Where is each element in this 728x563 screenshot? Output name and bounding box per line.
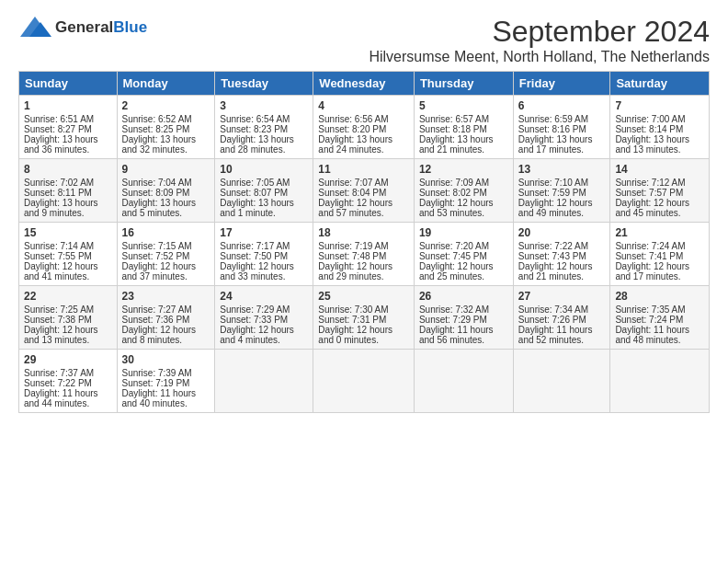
sunset-text: Sunset: 7:19 PM	[122, 378, 190, 388]
sunset-text: Sunset: 7:31 PM	[318, 315, 386, 325]
main-title: September 2024	[147, 15, 710, 49]
col-thursday: Thursday	[414, 72, 513, 96]
day-number: 14	[615, 163, 704, 176]
calendar-cell: 18Sunrise: 7:19 AMSunset: 7:48 PMDayligh…	[313, 223, 415, 286]
sunset-text: Sunset: 7:43 PM	[518, 251, 586, 261]
col-saturday: Saturday	[610, 72, 710, 96]
sunrise-text: Sunrise: 7:09 AM	[419, 178, 489, 188]
day-number: 26	[419, 290, 508, 303]
sunset-text: Sunset: 8:14 PM	[615, 124, 683, 134]
sunrise-text: Sunrise: 7:25 AM	[24, 304, 94, 315]
sunset-text: Sunset: 7:22 PM	[24, 378, 92, 388]
sunrise-text: Sunrise: 7:05 AM	[220, 178, 290, 188]
day-number: 16	[122, 226, 210, 239]
calendar-cell: 11Sunrise: 7:07 AMSunset: 8:04 PMDayligh…	[313, 159, 415, 223]
calendar-cell: 24Sunrise: 7:29 AMSunset: 7:33 PMDayligh…	[215, 286, 313, 350]
sunrise-text: Sunrise: 7:19 AM	[318, 241, 388, 251]
sunset-text: Sunset: 7:29 PM	[419, 315, 487, 325]
sunrise-text: Sunrise: 7:22 AM	[518, 241, 588, 251]
calendar-cell: 12Sunrise: 7:09 AMSunset: 8:02 PMDayligh…	[414, 159, 513, 223]
calendar-cell: 21Sunrise: 7:24 AMSunset: 7:41 PMDayligh…	[610, 223, 710, 286]
sunrise-text: Sunrise: 7:27 AM	[122, 304, 192, 315]
daylight-text: Daylight: 12 hours and 49 minutes.	[518, 198, 593, 218]
calendar-cell: 13Sunrise: 7:10 AMSunset: 7:59 PMDayligh…	[513, 159, 610, 223]
day-number: 20	[518, 226, 606, 239]
daylight-text: Daylight: 11 hours and 52 minutes.	[518, 325, 593, 345]
calendar-table: Sunday Monday Tuesday Wednesday Thursday…	[18, 71, 710, 413]
calendar-cell: 9Sunrise: 7:04 AMSunset: 8:09 PMDaylight…	[117, 159, 215, 223]
logo-text: General Blue	[55, 18, 147, 37]
sunset-text: Sunset: 8:18 PM	[419, 124, 487, 134]
calendar-cell: 28Sunrise: 7:35 AMSunset: 7:24 PMDayligh…	[610, 286, 710, 350]
sunrise-text: Sunrise: 7:00 AM	[615, 114, 685, 124]
sunset-text: Sunset: 8:16 PM	[518, 124, 586, 134]
day-number: 28	[615, 290, 704, 303]
sunrise-text: Sunrise: 7:14 AM	[24, 241, 94, 251]
day-number: 12	[419, 163, 508, 176]
logo: General Blue	[18, 15, 147, 40]
calendar-week-row: 15Sunrise: 7:14 AMSunset: 7:55 PMDayligh…	[19, 223, 710, 286]
calendar-cell: 3Sunrise: 6:54 AMSunset: 8:23 PMDaylight…	[215, 96, 313, 159]
calendar-cell: 1Sunrise: 6:51 AMSunset: 8:27 PMDaylight…	[19, 96, 118, 159]
day-number: 23	[122, 290, 210, 303]
sunrise-text: Sunrise: 7:32 AM	[419, 304, 489, 315]
sunrise-text: Sunrise: 6:57 AM	[419, 114, 489, 124]
calendar-cell: 29Sunrise: 7:37 AMSunset: 7:22 PMDayligh…	[19, 350, 118, 413]
logo-icon	[18, 15, 51, 40]
daylight-text: Daylight: 12 hours and 41 minutes.	[24, 261, 98, 282]
day-number: 7	[615, 99, 704, 112]
page: General Blue September 2024 Hilversumse …	[0, 0, 728, 422]
daylight-text: Daylight: 12 hours and 4 minutes.	[220, 325, 294, 345]
sunrise-text: Sunrise: 7:39 AM	[122, 368, 192, 378]
sunset-text: Sunset: 7:57 PM	[615, 188, 683, 198]
sunrise-text: Sunrise: 6:59 AM	[518, 114, 588, 124]
daylight-text: Daylight: 12 hours and 45 minutes.	[615, 198, 689, 218]
day-number: 8	[24, 163, 112, 176]
daylight-text: Daylight: 11 hours and 56 minutes.	[419, 325, 494, 345]
title-block: September 2024 Hilversumse Meent, North …	[147, 15, 710, 65]
daylight-text: Daylight: 13 hours and 17 minutes.	[518, 134, 593, 155]
sunrise-text: Sunrise: 7:12 AM	[615, 178, 685, 188]
sunset-text: Sunset: 8:23 PM	[220, 124, 288, 134]
sunrise-text: Sunrise: 6:56 AM	[318, 114, 388, 124]
sunset-text: Sunset: 7:48 PM	[318, 251, 386, 261]
col-monday: Monday	[117, 72, 215, 96]
sunrise-text: Sunrise: 7:10 AM	[518, 178, 588, 188]
sunset-text: Sunset: 7:33 PM	[220, 315, 288, 325]
logo-general: General	[55, 18, 113, 37]
sunrise-text: Sunrise: 7:24 AM	[615, 241, 685, 251]
sunrise-text: Sunrise: 6:54 AM	[220, 114, 290, 124]
calendar-cell: 19Sunrise: 7:20 AMSunset: 7:45 PMDayligh…	[414, 223, 513, 286]
day-number: 9	[122, 163, 210, 176]
subtitle: Hilversumse Meent, North Holland, The Ne…	[147, 49, 710, 65]
calendar-cell	[313, 350, 415, 413]
calendar-cell	[513, 350, 610, 413]
logo-blue: Blue	[113, 18, 147, 37]
sunrise-text: Sunrise: 7:02 AM	[24, 178, 94, 188]
sunset-text: Sunset: 7:50 PM	[220, 251, 288, 261]
sunset-text: Sunset: 7:41 PM	[615, 251, 683, 261]
calendar-cell: 6Sunrise: 6:59 AMSunset: 8:16 PMDaylight…	[513, 96, 610, 159]
calendar-week-row: 22Sunrise: 7:25 AMSunset: 7:38 PMDayligh…	[19, 286, 710, 350]
calendar-cell	[414, 350, 513, 413]
sunrise-text: Sunrise: 7:29 AM	[220, 304, 290, 315]
daylight-text: Daylight: 13 hours and 32 minutes.	[122, 134, 197, 155]
day-number: 18	[318, 226, 409, 239]
day-number: 6	[518, 99, 606, 112]
calendar-cell: 8Sunrise: 7:02 AMSunset: 8:11 PMDaylight…	[19, 159, 118, 223]
calendar-cell: 20Sunrise: 7:22 AMSunset: 7:43 PMDayligh…	[513, 223, 610, 286]
daylight-text: Daylight: 12 hours and 21 minutes.	[518, 261, 593, 282]
calendar-cell: 26Sunrise: 7:32 AMSunset: 7:29 PMDayligh…	[414, 286, 513, 350]
daylight-text: Daylight: 13 hours and 36 minutes.	[24, 134, 98, 155]
sunset-text: Sunset: 8:07 PM	[220, 188, 288, 198]
daylight-text: Daylight: 12 hours and 8 minutes.	[122, 325, 197, 345]
sunset-text: Sunset: 7:24 PM	[615, 315, 683, 325]
sunrise-text: Sunrise: 7:20 AM	[419, 241, 489, 251]
calendar-week-row: 29Sunrise: 7:37 AMSunset: 7:22 PMDayligh…	[19, 350, 710, 413]
day-number: 5	[419, 99, 508, 112]
day-number: 19	[419, 226, 508, 239]
calendar-cell: 10Sunrise: 7:05 AMSunset: 8:07 PMDayligh…	[215, 159, 313, 223]
calendar-cell	[215, 350, 313, 413]
sunset-text: Sunset: 8:27 PM	[24, 124, 92, 134]
day-number: 17	[220, 226, 308, 239]
